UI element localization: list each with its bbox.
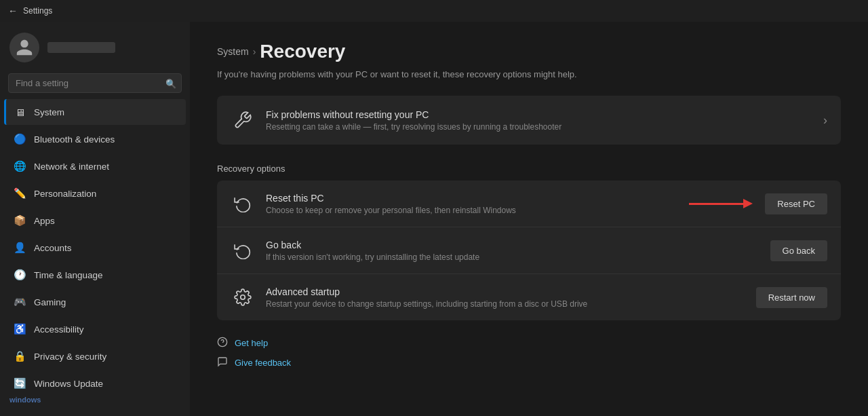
sidebar-item-accessibility[interactable]: ♿ Accessibility xyxy=(4,316,186,342)
go-back-text: Go back If this version isn't working, t… xyxy=(266,240,760,262)
troubleshooter-icon xyxy=(231,108,255,132)
sidebar-item-apps[interactable]: 📦 Apps xyxy=(4,208,186,233)
help-links: Get help Give feedback xyxy=(217,337,841,369)
sidebar-item-time[interactable]: 🕐 Time & language xyxy=(4,262,186,288)
red-arrow-annotation xyxy=(689,199,753,208)
network-icon: 🌐 xyxy=(14,160,26,172)
give-feedback-icon xyxy=(217,356,228,369)
svg-point-0 xyxy=(241,295,245,300)
breadcrumb: System › Recovery xyxy=(217,41,841,62)
accounts-icon: 👤 xyxy=(14,242,26,254)
sidebar-label-accessibility: Accessibility xyxy=(34,324,176,335)
give-feedback-link[interactable]: Give feedback xyxy=(217,356,841,369)
sidebar-label-system: System xyxy=(34,107,176,117)
search-box[interactable]: 🔍 xyxy=(8,73,182,93)
sidebar-label-bluetooth: Bluetooth & devices xyxy=(34,134,176,145)
troubleshooter-left: Fix problems without resetting your PC R… xyxy=(231,108,561,132)
title-bar: ← Settings xyxy=(0,0,868,22)
recovery-options-label: Recovery options xyxy=(217,164,841,174)
reset-pc-title: Reset this PC xyxy=(266,193,754,204)
watermark-text: windows xyxy=(9,396,41,404)
sidebar-label-network: Network & internet xyxy=(34,162,176,172)
sidebar-item-privacy[interactable]: 🔒 Privacy & security xyxy=(4,343,186,369)
troubleshooter-card[interactable]: Fix problems without resetting your PC R… xyxy=(217,96,841,145)
recovery-options-container: Reset this PC Choose to keep or remove y… xyxy=(217,181,841,320)
get-help-label: Get help xyxy=(235,338,268,348)
sidebar-item-bluetooth[interactable]: 🔵 Bluetooth & devices xyxy=(4,126,186,152)
sidebar-item-network[interactable]: 🌐 Network & internet xyxy=(4,153,186,179)
personalization-icon: ✏️ xyxy=(14,187,26,200)
go-back-row: Go back If this version isn't working, t… xyxy=(217,227,841,274)
give-feedback-label: Give feedback xyxy=(235,358,291,368)
breadcrumb-separator: › xyxy=(253,46,256,57)
go-back-button[interactable]: Go back xyxy=(770,240,827,261)
sidebar-label-update: Windows Update xyxy=(34,379,176,389)
breadcrumb-system[interactable]: System xyxy=(217,46,249,57)
sidebar-item-gaming[interactable]: 🎮 Gaming xyxy=(4,289,186,315)
sidebar-item-system[interactable]: 🖥 System xyxy=(4,99,186,125)
advanced-startup-desc: Restart your device to change startup se… xyxy=(266,299,745,309)
windows-watermark: windows xyxy=(9,395,41,405)
get-help-link[interactable]: Get help xyxy=(217,337,841,349)
accessibility-icon: ♿ xyxy=(14,323,26,335)
gaming-icon: 🎮 xyxy=(14,296,26,308)
chevron-right-icon: › xyxy=(823,113,827,128)
sidebar-label-time: Time & language xyxy=(34,270,176,280)
arrow-line xyxy=(689,203,743,205)
advanced-startup-icon xyxy=(231,285,255,309)
advanced-startup-row: Advanced startup Restart your device to … xyxy=(217,274,841,320)
restart-now-button[interactable]: Restart now xyxy=(756,287,827,308)
reset-pc-row: Reset this PC Choose to keep or remove y… xyxy=(217,181,841,227)
sidebar-label-personalization: Personalization xyxy=(34,189,176,199)
system-icon: 🖥 xyxy=(14,106,26,118)
sidebar-label-accounts: Accounts xyxy=(34,243,176,253)
search-icon: 🔍 xyxy=(165,78,176,88)
sidebar-item-personalization[interactable]: ✏️ Personalization xyxy=(4,181,186,206)
troubleshooter-title: Fix problems without resetting your PC xyxy=(266,109,561,120)
search-input[interactable] xyxy=(8,73,182,93)
bluetooth-icon: 🔵 xyxy=(14,133,26,145)
reset-icon xyxy=(231,191,255,216)
user-avatar-icon xyxy=(15,38,34,57)
apps-icon: 📦 xyxy=(14,214,26,227)
username-placeholder xyxy=(47,42,115,53)
go-back-icon xyxy=(231,238,255,263)
user-section xyxy=(0,22,190,73)
avatar xyxy=(9,33,39,62)
sidebar-item-update[interactable]: 🔄 Windows Update xyxy=(4,371,186,396)
troubleshooter-text: Fix problems without resetting your PC R… xyxy=(266,109,561,132)
arrow-head xyxy=(743,199,753,208)
reset-pc-button[interactable]: Reset PC xyxy=(765,193,827,214)
reset-pc-desc: Choose to keep or remove your personal f… xyxy=(266,206,754,215)
go-back-title: Go back xyxy=(266,240,760,250)
page-title: Recovery xyxy=(260,41,345,62)
time-icon: 🕐 xyxy=(14,269,26,281)
main-layout: 🔍 🖥 System 🔵 Bluetooth & devices 🌐 Netwo… xyxy=(0,22,868,416)
privacy-icon: 🔒 xyxy=(14,350,26,362)
troubleshooter-desc: Resetting can take a while — first, try … xyxy=(266,122,561,132)
page-subtitle: If you're having problems with your PC o… xyxy=(217,69,841,79)
sidebar: 🔍 🖥 System 🔵 Bluetooth & devices 🌐 Netwo… xyxy=(0,22,190,416)
reset-pc-text: Reset this PC Choose to keep or remove y… xyxy=(266,193,754,215)
sidebar-label-privacy: Privacy & security xyxy=(34,352,176,362)
go-back-desc: If this version isn't working, try unins… xyxy=(266,252,760,262)
content-area: System › Recovery If you're having probl… xyxy=(190,22,868,416)
advanced-startup-title: Advanced startup xyxy=(266,286,745,297)
advanced-startup-text: Advanced startup Restart your device to … xyxy=(266,286,745,309)
get-help-icon xyxy=(217,337,228,349)
sidebar-label-gaming: Gaming xyxy=(34,297,176,307)
app-title: Settings xyxy=(23,6,52,16)
update-icon: 🔄 xyxy=(14,377,26,390)
back-button[interactable]: ← xyxy=(8,5,18,16)
sidebar-label-apps: Apps xyxy=(34,216,176,226)
sidebar-item-accounts[interactable]: 👤 Accounts xyxy=(4,235,186,261)
